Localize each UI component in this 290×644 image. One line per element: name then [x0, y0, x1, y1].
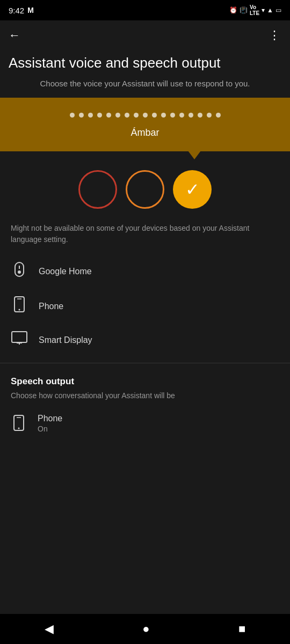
signal-icon: ▲ [267, 6, 273, 14]
voice-options-row: ✓ [0, 159, 290, 214]
voice-dot [161, 113, 166, 118]
voice-name-label: Ámbar [130, 127, 159, 138]
voice-dot [216, 113, 221, 118]
more-options-button[interactable]: ⋮ [269, 28, 281, 42]
phone-label: Phone [39, 302, 63, 311]
gmail-icon: M [27, 6, 34, 14]
phone-icon [11, 296, 28, 316]
smart-display-label: Smart Display [39, 335, 92, 345]
divider [0, 363, 290, 363]
voice-dot [207, 113, 212, 118]
svg-rect-6 [12, 332, 27, 342]
recents-nav-button[interactable]: ■ [238, 622, 245, 636]
top-nav: ← ⋮ [0, 20, 290, 50]
voice-dot [115, 113, 120, 118]
speech-output-subtitle: Choose how conversational your Assistant… [0, 389, 290, 406]
device-item-phone: Phone [9, 289, 281, 324]
voice-dot [125, 113, 129, 118]
disclaimer-text: Might not be available on some of your d… [0, 214, 290, 250]
device-item-google-home: Google Home [9, 254, 281, 289]
speech-phone-icon [11, 414, 27, 434]
device-item-smart-display: Smart Display [9, 324, 281, 356]
vibrate-icon: 📳 [240, 6, 248, 14]
alarm-icon: ⏰ [229, 6, 237, 14]
voice-dot [88, 113, 93, 118]
voice-dot [189, 113, 193, 118]
voice-dot [170, 113, 175, 118]
voice-dot [97, 113, 102, 118]
smart-display-icon [11, 331, 28, 349]
status-time: 9:42 [9, 6, 24, 15]
back-button[interactable]: ← [9, 28, 20, 42]
voice-option-orange[interactable] [126, 170, 164, 209]
status-right: ⏰ 📳 VoLTE ▾ ▲ ▭ [229, 4, 281, 16]
svg-point-10 [18, 428, 20, 429]
speech-phone-info: Phone On [38, 414, 62, 433]
status-left: 9:42 M [9, 6, 34, 15]
battery-icon: ▭ [276, 6, 281, 14]
voice-dot [79, 113, 84, 118]
voice-selector-card: Ámbar [0, 98, 290, 151]
google-home-icon [11, 261, 28, 281]
voice-dot [106, 113, 111, 118]
svg-rect-0 [15, 262, 24, 276]
voice-pointer [188, 151, 201, 159]
page-subtitle: Choose the voice your Assistant will use… [0, 74, 290, 98]
speech-phone-name: Phone [38, 414, 62, 423]
voice-dot [152, 113, 157, 118]
wifi-icon: ▾ [262, 6, 265, 14]
speech-output-phone-item[interactable]: Phone On [0, 406, 290, 442]
status-bar: 9:42 M ⏰ 📳 VoLTE ▾ ▲ ▭ [0, 0, 290, 20]
voice-dot [143, 113, 148, 118]
speech-phone-value: On [38, 425, 62, 433]
svg-point-4 [19, 309, 20, 311]
voice-dot [179, 113, 184, 118]
lte-icon: VoLTE [250, 4, 259, 16]
device-list: Google Home Phone Smart Display [0, 250, 290, 361]
back-nav-button[interactable]: ◀ [45, 622, 54, 636]
voice-dot [198, 113, 202, 118]
checkmark-icon: ✓ [185, 179, 200, 200]
svg-point-1 [18, 270, 21, 274]
voice-dots-row [70, 113, 221, 118]
speech-output-title: Speech output [0, 365, 290, 389]
voice-option-amber[interactable]: ✓ [173, 170, 212, 209]
voice-dot [70, 113, 75, 118]
google-home-label: Google Home [39, 267, 92, 276]
page-title: Assistant voice and speech output [0, 50, 290, 74]
bottom-nav: ◀ ● ■ [0, 614, 290, 644]
voice-option-red[interactable] [78, 170, 117, 209]
voice-dot [134, 113, 139, 118]
home-nav-button[interactable]: ● [142, 622, 149, 636]
